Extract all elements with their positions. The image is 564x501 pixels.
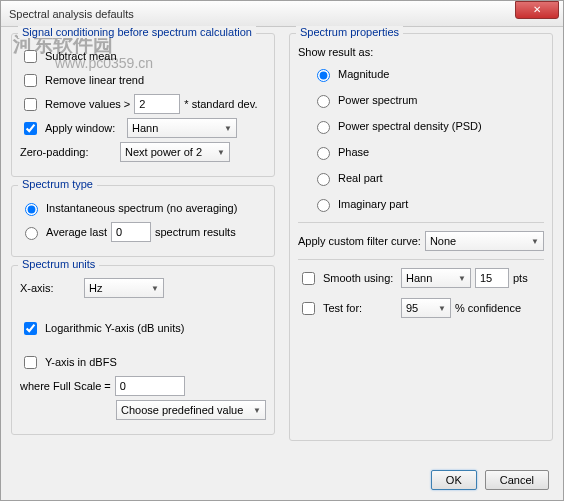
- show-result-label: Show result as:: [298, 46, 544, 58]
- remove-values-label: Remove values >: [45, 98, 130, 110]
- real-radio[interactable]: [317, 173, 330, 186]
- phase-label: Phase: [338, 146, 369, 158]
- zero-padding-select[interactable]: Next power of 2: [120, 142, 230, 162]
- apply-window-checkbox[interactable]: [24, 122, 37, 135]
- ok-button[interactable]: OK: [431, 470, 477, 490]
- test-for-checkbox[interactable]: [302, 302, 315, 315]
- real-label: Real part: [338, 172, 383, 184]
- spectrum-type-legend: Spectrum type: [18, 178, 97, 190]
- smooth-type-select[interactable]: Hann: [401, 268, 471, 288]
- divider: [298, 222, 544, 223]
- instantaneous-label: Instantaneous spectrum (no averaging): [46, 202, 237, 214]
- titlebar: Spectral analysis defaults ✕: [1, 1, 563, 27]
- remove-linear-checkbox[interactable]: [24, 74, 37, 87]
- psd-label: Power spectral density (PSD): [338, 120, 482, 132]
- spectrum-type-group: Spectrum type Instantaneous spectrum (no…: [11, 185, 275, 257]
- dialog-window: Spectral analysis defaults ✕ 河东软件园 www.p…: [0, 0, 564, 501]
- y-dbfs-label: Y-axis in dBFS: [45, 356, 117, 368]
- signal-conditioning-group: Signal conditioning before spectrum calc…: [11, 33, 275, 177]
- smooth-checkbox[interactable]: [302, 272, 315, 285]
- smooth-label: Smooth using:: [323, 272, 397, 284]
- window-type-select[interactable]: Hann: [127, 118, 237, 138]
- filter-curve-select[interactable]: None: [425, 231, 544, 251]
- power-spectrum-label: Power spectrum: [338, 94, 417, 106]
- psd-radio[interactable]: [317, 121, 330, 134]
- log-y-checkbox[interactable]: [24, 322, 37, 335]
- remove-values-input[interactable]: [134, 94, 180, 114]
- spectrum-results-label: spectrum results: [155, 226, 236, 238]
- zero-padding-label: Zero-padding:: [20, 146, 116, 158]
- right-column: Spectrum properties Show result as: Magn…: [289, 33, 553, 449]
- divider-2: [298, 259, 544, 260]
- log-y-label: Logarithmic Y-axis (dB units): [45, 322, 184, 334]
- fullscale-label: where Full Scale =: [20, 380, 111, 392]
- instantaneous-radio[interactable]: [25, 203, 38, 216]
- choose-predefined-select[interactable]: Choose predefined value: [116, 400, 266, 420]
- left-column: Signal conditioning before spectrum calc…: [11, 33, 275, 449]
- average-last-label: Average last: [46, 226, 107, 238]
- spectrum-units-group: Spectrum units X-axis: Hz Logarithmic Y-…: [11, 265, 275, 435]
- cancel-button[interactable]: Cancel: [485, 470, 549, 490]
- apply-window-label: Apply window:: [45, 122, 123, 134]
- remove-linear-label: Remove linear trend: [45, 74, 144, 86]
- average-last-input[interactable]: [111, 222, 151, 242]
- xaxis-select[interactable]: Hz: [84, 278, 164, 298]
- remove-values-checkbox[interactable]: [24, 98, 37, 111]
- smooth-pts-input[interactable]: [475, 268, 509, 288]
- props-legend: Spectrum properties: [296, 26, 403, 38]
- test-for-label: Test for:: [323, 302, 397, 314]
- signal-legend: Signal conditioning before spectrum calc…: [18, 26, 256, 38]
- magnitude-label: Magnitude: [338, 68, 389, 80]
- spectrum-units-legend: Spectrum units: [18, 258, 99, 270]
- filter-curve-label: Apply custom filter curve:: [298, 235, 421, 247]
- subtract-mean-checkbox[interactable]: [24, 50, 37, 63]
- y-dbfs-checkbox[interactable]: [24, 356, 37, 369]
- confidence-label: % confidence: [455, 302, 521, 314]
- power-spectrum-radio[interactable]: [317, 95, 330, 108]
- dialog-content: Signal conditioning before spectrum calc…: [1, 27, 563, 449]
- pts-label: pts: [513, 272, 528, 284]
- imaginary-label: Imaginary part: [338, 198, 408, 210]
- xaxis-label: X-axis:: [20, 282, 80, 294]
- std-dev-label: * standard dev.: [184, 98, 257, 110]
- fullscale-input[interactable]: [115, 376, 185, 396]
- phase-radio[interactable]: [317, 147, 330, 160]
- average-last-radio[interactable]: [25, 227, 38, 240]
- window-title: Spectral analysis defaults: [9, 8, 134, 20]
- magnitude-radio[interactable]: [317, 69, 330, 82]
- dialog-footer: OK Cancel: [431, 470, 549, 490]
- confidence-select[interactable]: 95: [401, 298, 451, 318]
- subtract-mean-label: Subtract mean: [45, 50, 117, 62]
- imaginary-radio[interactable]: [317, 199, 330, 212]
- close-button[interactable]: ✕: [515, 1, 559, 19]
- spectrum-properties-group: Spectrum properties Show result as: Magn…: [289, 33, 553, 441]
